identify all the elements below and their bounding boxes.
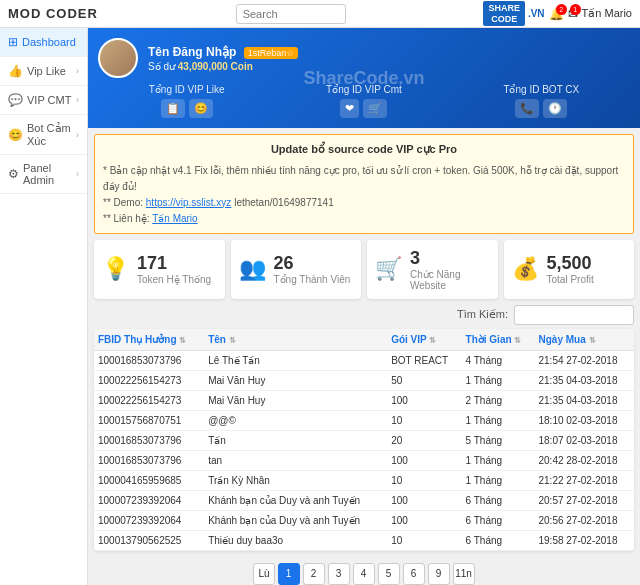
- table-header-row: FBID Thụ Hưởng ⇅ Tên ⇅ Gói VIP ⇅: [94, 329, 634, 351]
- cell-ngay-mua: 21:54 27-02-2018: [535, 350, 635, 370]
- cell-name: Mai Văn Huy: [204, 390, 387, 410]
- sidebar-label-bot-cam-xuc: Bot Cảm Xúc: [27, 122, 76, 147]
- search-input[interactable]: [236, 4, 346, 24]
- cell-ngay-mua: 20:42 28-02-2018: [535, 450, 635, 470]
- cell-fbid: 100013790562525: [94, 530, 204, 550]
- stat-icon-like-2[interactable]: 😊: [189, 99, 213, 118]
- cell-goi-vip: 100: [387, 510, 461, 530]
- data-table: FBID Thụ Hưởng ⇅ Tên ⇅ Gói VIP ⇅: [94, 329, 634, 551]
- cell-thoi-gian: 1 Tháng: [462, 470, 535, 490]
- update-line1: * Bản cập nhật v4.1 Fix lỗi, thêm nhiều …: [103, 163, 625, 195]
- cell-name: Mai Văn Huy: [204, 370, 387, 390]
- cell-ngay-mua: 21:35 04-03-2018: [535, 390, 635, 410]
- hero-stat-bot-cx: Tổng ID BOT CX 📞 🕐: [453, 84, 630, 118]
- cell-thoi-gian: 1 Tháng: [462, 370, 535, 390]
- update-notice: Update bổ source code VIP cực Pro * Bản …: [94, 134, 634, 234]
- stat-label-vip-like: Tổng ID VIP Like: [98, 84, 275, 95]
- members-value: 26: [274, 253, 351, 274]
- table-row: 100022256154273 Mai Văn Huy 100 2 Tháng …: [94, 390, 634, 410]
- stat-icons-vip-like: 📋 😊: [98, 99, 275, 118]
- col-fbid-label: FBID Thụ Hưởng: [98, 334, 177, 345]
- cell-goi-vip: BOT REACT: [387, 350, 461, 370]
- stat-card-members-data: 26 Tổng Thành Viên: [274, 253, 351, 285]
- sort-arrows-ngay-mua[interactable]: ⇅: [589, 336, 596, 345]
- sort-arrows-fbid[interactable]: ⇅: [179, 336, 186, 345]
- hero-section: Tên Đăng Nhập 1stReban☆ Số dư 43,090,000…: [88, 28, 640, 128]
- hero-coins: Số dư 43,090,000 Coin: [148, 61, 630, 72]
- hero-stats: Tổng ID VIP Like 📋 😊 Tổng ID VIP Cmt ❤ 🛒: [98, 84, 630, 118]
- col-ngay-mua-label: Ngày Mua: [539, 334, 586, 345]
- members-label: Tổng Thành Viên: [274, 274, 351, 285]
- sidebar-item-panel-admin[interactable]: ⚙ Panel Admin ›: [0, 155, 87, 194]
- cell-goi-vip: 10: [387, 410, 461, 430]
- cell-goi-vip: 10: [387, 470, 461, 490]
- page-btn-1[interactable]: 1: [278, 563, 300, 585]
- stat-icon-cmt-2[interactable]: 🛒: [363, 99, 387, 118]
- page-btn-4[interactable]: 4: [353, 563, 375, 585]
- col-goi-vip-label: Gói VIP: [391, 334, 426, 345]
- contact-link[interactable]: Tấn Mario: [152, 213, 197, 224]
- page-prev-btn[interactable]: Lù: [253, 563, 274, 585]
- username-text: Tên Đăng Nhập: [148, 45, 236, 59]
- table-row: 100022256154273 Mai Văn Huy 50 1 Tháng 2…: [94, 370, 634, 390]
- stat-card-profit-data: 5,500 Total Profit: [547, 253, 594, 285]
- cell-thoi-gian: 6 Tháng: [462, 530, 535, 550]
- page-btn-5[interactable]: 5: [378, 563, 400, 585]
- cell-fbid: 100004165959685: [94, 470, 204, 490]
- sc-logo-block: SHARE CODE: [483, 1, 525, 27]
- notif-count: 2: [556, 4, 567, 15]
- sidebar-item-dashboard[interactable]: ⊞ Dashboard: [0, 28, 87, 57]
- cell-thoi-gian: 4 Tháng: [462, 350, 535, 370]
- cell-fbid: 100016853073796: [94, 430, 204, 450]
- sc-code-text: CODE: [491, 14, 517, 25]
- col-goi-vip: Gói VIP ⇅: [387, 329, 461, 351]
- sidebar-label-vip-cmt: VIP CMT: [27, 94, 76, 106]
- stats-cards: 💡 171 Token Hệ Thống 👥 26 Tổng Thành Viê…: [94, 240, 634, 299]
- message-icon-container[interactable]: ✉ 1: [568, 7, 578, 21]
- page-btn-9[interactable]: 9: [428, 563, 450, 585]
- cell-goi-vip: 50: [387, 370, 461, 390]
- cell-fbid: 100007239392064: [94, 510, 204, 530]
- cell-thoi-gian: 1 Tháng: [462, 410, 535, 430]
- sort-arrows-thoi-gian[interactable]: ⇅: [514, 336, 521, 345]
- cell-thoi-gian: 5 Tháng: [462, 430, 535, 450]
- cell-goi-vip: 100: [387, 450, 461, 470]
- stat-icon-cx-1[interactable]: 📞: [515, 99, 539, 118]
- sort-arrows-name[interactable]: ⇅: [229, 336, 236, 345]
- profit-value: 5,500: [547, 253, 594, 274]
- stat-card-chuc-nang-data: 3 Chức Năng Website: [410, 248, 490, 291]
- cell-name: Lê Thế Tấn: [204, 350, 387, 370]
- table-row: 100016853073796 Lê Thế Tấn BOT REACT 4 T…: [94, 350, 634, 370]
- table-body: 100016853073796 Lê Thế Tấn BOT REACT 4 T…: [94, 350, 634, 550]
- topbar: MOD CODER SHARE CODE .VN 🔔 2 ✉ 1 Tấn Mar…: [0, 0, 640, 28]
- members-icon: 👥: [239, 256, 266, 282]
- demo-link[interactable]: https://vip.sslist.xyz: [146, 197, 232, 208]
- sidebar-item-vip-cmt[interactable]: 💬 VIP CMT ›: [0, 86, 87, 115]
- stat-icon-cx-2[interactable]: 🕐: [543, 99, 567, 118]
- stat-icon-cmt-1[interactable]: ❤: [340, 99, 359, 118]
- sort-arrows-goi-vip[interactable]: ⇅: [429, 336, 436, 345]
- page-btn-11n[interactable]: 11n: [453, 563, 475, 585]
- page-btn-3[interactable]: 3: [328, 563, 350, 585]
- stat-icons-vip-cmt: ❤ 🛒: [275, 99, 452, 118]
- search-label: Tìm Kiếm:: [457, 308, 508, 321]
- table-row: 100016853073796 Tấn 20 5 Tháng 18:07 02-…: [94, 430, 634, 450]
- page-btn-2[interactable]: 2: [303, 563, 325, 585]
- notification-bell[interactable]: 🔔 2: [549, 7, 564, 21]
- page-btn-6[interactable]: 6: [403, 563, 425, 585]
- data-table-container: FBID Thụ Hưởng ⇅ Tên ⇅ Gói VIP ⇅: [94, 329, 634, 551]
- table-search-input[interactable]: [514, 305, 634, 325]
- cell-thoi-gian: 6 Tháng: [462, 490, 535, 510]
- cell-ngay-mua: 18:07 02-03-2018: [535, 430, 635, 450]
- avatar-image: [100, 40, 136, 76]
- cell-goi-vip: 20: [387, 430, 461, 450]
- cell-ngay-mua: 19:58 27-02-2018: [535, 530, 635, 550]
- body: ⊞ Dashboard 👍 Vip Like › 💬 VIP CMT › 😊 B…: [0, 28, 640, 585]
- cell-name: Thiếu duy baa3o: [204, 530, 387, 550]
- stat-icon-like-1[interactable]: 📋: [161, 99, 185, 118]
- sidebar: ⊞ Dashboard 👍 Vip Like › 💬 VIP CMT › 😊 B…: [0, 28, 88, 585]
- cell-ngay-mua: 21:22 27-02-2018: [535, 470, 635, 490]
- sidebar-item-vip-like[interactable]: 👍 Vip Like ›: [0, 57, 87, 86]
- sidebar-item-bot-cam-xuc[interactable]: 😊 Bot Cảm Xúc ›: [0, 115, 87, 155]
- table-row: 100016853073796 tan 100 1 Tháng 20:42 28…: [94, 450, 634, 470]
